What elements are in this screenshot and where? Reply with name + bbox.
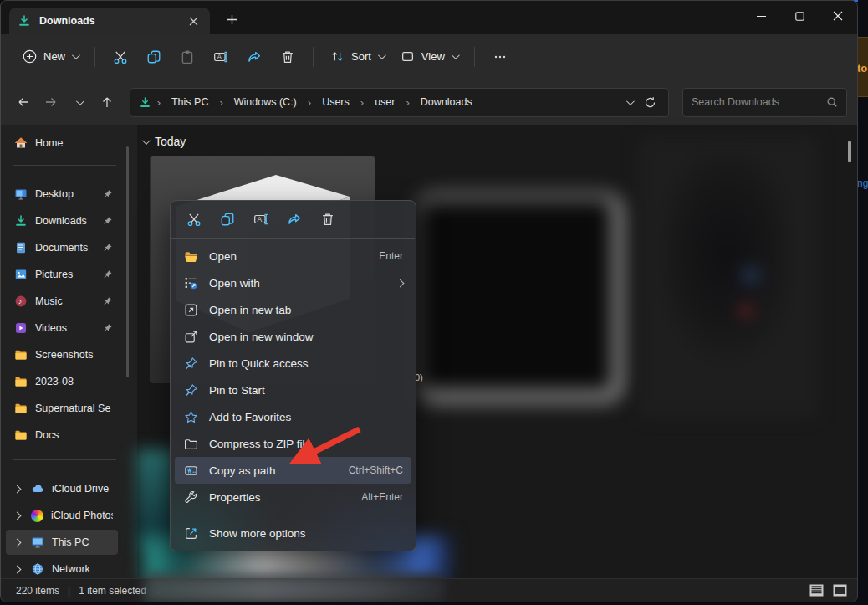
breadcrumb-downloads[interactable]: Downloads — [416, 94, 477, 110]
breadcrumb-this-pc[interactable]: This PC — [166, 94, 213, 110]
new-button[interactable]: New — [14, 44, 86, 69]
copy-button[interactable] — [137, 42, 171, 72]
menu-item-pin-start[interactable]: Pin to Start — [175, 377, 411, 403]
breadcrumb-separator: › — [360, 96, 365, 109]
sidebar-item-this-pc[interactable]: This PC — [6, 530, 118, 555]
sort-button[interactable]: Sort — [322, 44, 392, 69]
view-button-label: View — [421, 50, 445, 63]
menu-item-open-new-tab[interactable]: Open in new tab — [175, 296, 411, 323]
maximize-button[interactable] — [780, 1, 819, 31]
open-with-icon — [184, 276, 198, 290]
up-button[interactable] — [94, 90, 119, 115]
tab-close-button[interactable] — [185, 13, 202, 29]
breadcrumb-separator: › — [405, 96, 410, 109]
chevron-right-icon[interactable] — [13, 485, 22, 493]
delete-icon[interactable] — [311, 205, 345, 233]
pin-icon — [184, 383, 198, 397]
cut-button[interactable] — [104, 42, 137, 72]
pin-icon — [103, 269, 113, 279]
back-button[interactable] — [11, 90, 35, 115]
recent-locations-button[interactable] — [67, 90, 91, 115]
menu-item-open-with[interactable]: Open with — [175, 269, 411, 296]
navigation-pane: Home Desktop Downloads Documents — [1, 125, 137, 578]
menu-item-open-new-window[interactable]: Open in new window — [175, 323, 411, 350]
menu-item-properties[interactable]: Properties Alt+Enter — [175, 484, 411, 510]
breadcrumb-users[interactable]: Users — [317, 94, 355, 110]
rename-button[interactable]: A — [204, 42, 237, 72]
pin-icon — [103, 323, 113, 333]
sidebar-item-icloud-drive[interactable]: iCloud Drive — [6, 476, 118, 501]
sidebar-item-downloads[interactable]: Downloads — [6, 208, 118, 233]
search-box[interactable] — [682, 88, 847, 117]
menu-item-pin-quick-access[interactable]: Pin to Quick access — [175, 350, 411, 377]
refresh-button[interactable] — [644, 96, 656, 109]
share-button[interactable] — [237, 42, 271, 72]
sidebar-item-icloud-photos[interactable]: iCloud Photos — [6, 503, 118, 528]
view-button[interactable]: View — [392, 44, 466, 69]
cloud-icon — [31, 482, 44, 495]
sidebar-item-documents[interactable]: Documents — [6, 235, 118, 260]
search-input[interactable] — [692, 96, 826, 108]
menu-item-copy-as-path[interactable]: Copy as path Ctrl+Shift+C — [175, 457, 411, 484]
menu-item-open[interactable]: Open Enter — [175, 243, 411, 269]
menu-item-compress-zip[interactable]: Compress to ZIP file — [175, 430, 411, 457]
forward-button[interactable] — [38, 90, 63, 115]
minimize-button[interactable] — [742, 1, 780, 31]
sidebar-item-music[interactable]: ♪ Music — [6, 289, 118, 314]
breadcrumb-separator: › — [307, 96, 312, 109]
breadcrumb-user[interactable]: user — [370, 94, 400, 110]
chevron-right-icon[interactable] — [13, 565, 22, 573]
delete-button[interactable] — [271, 42, 304, 72]
blurred-status-text — [145, 574, 444, 602]
share-icon[interactable] — [278, 205, 311, 233]
content-scrollbar[interactable] — [848, 141, 851, 162]
sidebar-item-2023-08[interactable]: 2023-08 — [6, 369, 118, 394]
see-more-button[interactable] — [483, 42, 517, 72]
paste-button[interactable] — [171, 42, 204, 72]
pin-icon — [184, 356, 198, 371]
new-tab-button[interactable] — [222, 11, 242, 28]
blurred-file-tile[interactable] — [416, 193, 624, 402]
copy-icon[interactable] — [211, 205, 244, 233]
context-menu-icon-row: A — [171, 201, 416, 238]
download-icon — [18, 14, 31, 28]
show-more-options-icon — [184, 526, 198, 541]
rename-icon[interactable]: A — [244, 205, 278, 233]
toolbar-divider — [94, 47, 95, 67]
breadcrumb-drive-c[interactable]: Windows (C:) — [229, 94, 302, 110]
chevron-down-icon — [76, 97, 84, 105]
sidebar-item-pictures[interactable]: Pictures — [6, 262, 118, 287]
sidebar-item-desktop[interactable]: Desktop — [6, 182, 118, 207]
address-bar[interactable]: › This PC › Windows (C:) › Users › user … — [130, 88, 669, 117]
copy-as-path-icon — [184, 464, 198, 478]
close-button[interactable] — [819, 1, 857, 31]
photos-pinwheel-icon — [31, 510, 43, 522]
sidebar-item-docs[interactable]: Docs — [6, 423, 118, 448]
cut-icon[interactable] — [177, 205, 211, 233]
sidebar-item-videos[interactable]: Videos — [6, 315, 118, 341]
sidebar-item-home[interactable]: Home — [6, 131, 118, 156]
chevron-right-icon[interactable] — [13, 511, 22, 520]
sidebar-item-label: Desktop — [35, 188, 95, 200]
thumbnail-view-toggle[interactable] — [830, 582, 849, 597]
tab-downloads[interactable]: Downloads — [9, 8, 210, 34]
details-view-toggle[interactable] — [807, 582, 825, 597]
sidebar-item-supernatural[interactable]: Supernatural Se — [6, 396, 118, 421]
toolbar-divider — [313, 47, 314, 67]
address-row: › This PC › Windows (C:) › Users › user … — [1, 79, 857, 125]
sidebar-scrollbar[interactable] — [126, 146, 129, 377]
chevron-right-icon[interactable] — [13, 538, 22, 546]
group-header-today[interactable]: Today — [142, 135, 186, 148]
menu-shortcut: Ctrl+Shift+C — [349, 464, 403, 476]
file-explorer-window: Downloads — [0, 0, 858, 602]
address-dropdown-chevron[interactable] — [626, 97, 635, 105]
sidebar-item-label: Screenshots — [35, 349, 113, 361]
sidebar-item-screenshots[interactable]: Screenshots — [6, 342, 118, 367]
menu-divider — [171, 238, 415, 239]
menu-item-add-favorites[interactable]: Add to Favorites — [175, 403, 411, 430]
blurred-file-tile[interactable] — [639, 136, 818, 418]
menu-item-show-more-options[interactable]: Show more options — [175, 520, 411, 546]
selection-count: 1 item selected — [79, 585, 146, 597]
command-bar: New A Sor — [1, 34, 857, 79]
sort-button-label: Sort — [351, 50, 371, 63]
